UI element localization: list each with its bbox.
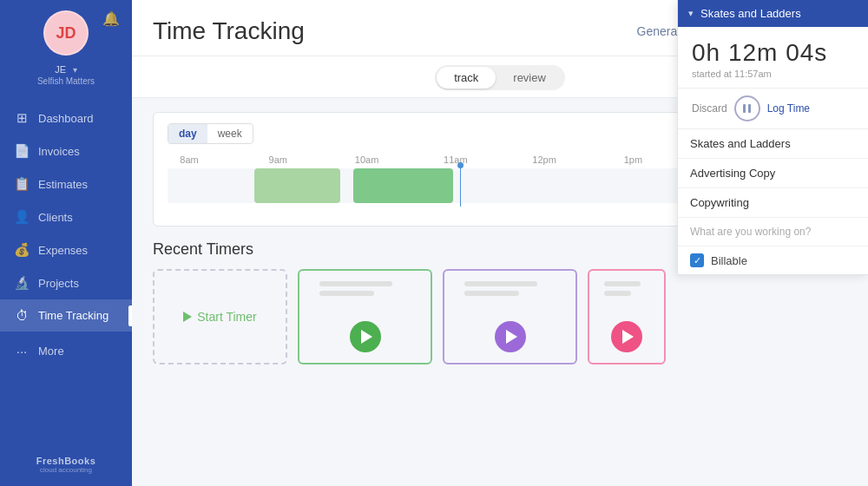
sidebar-item-invoices[interactable]: 📄 Invoices <box>0 135 132 167</box>
working-on-input[interactable]: What are you working on? <box>678 218 868 246</box>
sidebar-item-label: Invoices <box>38 145 80 158</box>
timer-lines <box>604 281 650 296</box>
current-time-line <box>460 165 461 207</box>
billable-checkbox[interactable]: ✓ <box>690 253 704 267</box>
timer-card-green[interactable] <box>298 269 432 364</box>
tab-review[interactable]: review <box>496 67 563 89</box>
sidebar-item-label: More <box>38 345 64 358</box>
timer-card-inner <box>444 271 575 363</box>
user-company: Selfish Matters <box>37 76 95 86</box>
hour-10am: 10am <box>345 154 389 165</box>
hour-1pm: 1pm <box>611 154 654 165</box>
play-button-purple[interactable] <box>495 321 526 352</box>
invoices-icon: 📄 <box>14 143 30 159</box>
sidebar-item-estimates[interactable]: 📋 Estimates <box>0 167 132 200</box>
timer-line-2 <box>319 291 374 296</box>
timer-line-1 <box>604 281 641 286</box>
timers-row: Start Timer <box>153 269 847 364</box>
panel-list-item-3[interactable]: Copywriting <box>678 188 868 218</box>
billable-label: Billable <box>711 254 747 267</box>
timer-project-name: Skates and Ladders <box>700 7 801 20</box>
sidebar-nav: ⊞ Dashboard 📄 Invoices 📋 Estimates 👤 Cli… <box>0 102 132 445</box>
log-time-button[interactable]: Log Time <box>767 102 810 115</box>
bell-icon[interactable]: 🔔 <box>102 10 120 27</box>
sidebar-item-more[interactable]: ··· More <box>0 335 132 367</box>
tab-track[interactable]: track <box>437 67 496 89</box>
timer-panel-header: ▾ Skates and Ladders <box>678 0 868 27</box>
hour-8am: 8am <box>168 154 211 165</box>
panel-list-item-1[interactable]: Skates and Ladders <box>678 129 868 159</box>
main-content: Time Tracking Generate Invoice Start Tim… <box>132 0 868 486</box>
panel-chevron-icon[interactable]: ▾ <box>688 8 694 19</box>
dashboard-icon: ⊞ <box>14 110 30 126</box>
play-button-green[interactable] <box>350 321 381 352</box>
sidebar-item-dashboard[interactable]: ⊞ Dashboard <box>0 102 132 135</box>
start-timer-label: Start Timer <box>197 310 256 324</box>
pause-icon <box>743 104 751 113</box>
timer-lines <box>464 281 556 296</box>
sidebar-item-projects[interactable]: 🔬 Projects <box>0 266 132 299</box>
start-timer-card[interactable]: Start Timer <box>153 269 287 364</box>
timer-line-2 <box>604 291 632 296</box>
play-button-pink[interactable] <box>611 321 642 352</box>
timer-card-inner <box>299 271 431 363</box>
sidebar-item-expenses[interactable]: 💰 Expenses <box>0 233 132 266</box>
timer-card-purple[interactable] <box>443 269 577 364</box>
timer-display: 0h 12m 04s started at 11:57am <box>678 27 868 89</box>
sidebar-item-label: Expenses <box>38 244 88 257</box>
pause-bar-1 <box>743 104 746 113</box>
timer-line-1 <box>464 281 537 286</box>
time-block-2[interactable] <box>353 168 453 203</box>
pause-button[interactable] <box>734 95 760 122</box>
logo-name: FreshBooks <box>36 456 96 466</box>
start-timer-text: Start Timer <box>183 310 256 324</box>
timer-lines <box>319 281 411 296</box>
avatar: JD <box>43 10 89 56</box>
timer-elapsed: 0h 12m 04s <box>692 39 854 67</box>
hour-12pm: 12pm <box>523 154 566 165</box>
billable-row: ✓ Billable <box>678 246 868 274</box>
timer-line-1 <box>319 281 392 286</box>
play-icon-small <box>183 312 192 322</box>
day-view-button[interactable]: day <box>168 124 207 143</box>
timer-started-info: started at 11:57am <box>692 69 854 79</box>
projects-icon: 🔬 <box>14 275 30 291</box>
logo-tagline: cloud accounting <box>40 466 92 474</box>
hour-11am: 11am <box>434 154 477 165</box>
started-time: 11:57am <box>734 69 772 79</box>
timer-panel: ▾ Skates and Ladders 0h 12m 04s started … <box>677 0 868 275</box>
discard-button[interactable]: Discard <box>692 102 727 115</box>
play-icon <box>361 330 372 344</box>
sidebar-item-label: Time Tracking <box>38 309 108 322</box>
expenses-icon: 💰 <box>14 242 30 258</box>
started-label: started at <box>692 69 732 79</box>
sidebar-item-label: Projects <box>38 277 79 290</box>
timer-actions: Discard Log Time <box>678 89 868 129</box>
sidebar-item-label: Dashboard <box>38 112 94 125</box>
play-icon <box>506 330 517 344</box>
hour-9am: 9am <box>256 154 299 165</box>
pause-bar-2 <box>748 104 751 113</box>
tab-pills: track review <box>435 65 565 90</box>
play-icon <box>622 330 634 344</box>
timer-card-pink[interactable] <box>588 269 666 364</box>
time-tracking-icon: ⏱ <box>14 308 30 323</box>
freshbooks-logo: FreshBooks cloud accounting <box>36 445 96 486</box>
current-time-dot <box>457 162 464 168</box>
sidebar-item-time-tracking[interactable]: ⏱ Time Tracking <box>0 299 132 332</box>
timer-line-2 <box>464 291 519 296</box>
time-block-1[interactable] <box>254 168 341 203</box>
panel-list-item-2[interactable]: Advertising Copy <box>678 159 868 188</box>
day-week-toggle: day week <box>168 123 253 144</box>
estimates-icon: 📋 <box>14 176 30 192</box>
sidebar-user-section: 🔔 JD JE ▾ Selfish Matters <box>0 10 132 95</box>
timer-panel-list: Skates and Ladders Advertising Copy Copy… <box>678 129 868 218</box>
sidebar-item-clients[interactable]: 👤 Clients <box>0 200 132 233</box>
user-name: JE <box>55 64 66 75</box>
chevron-down-icon[interactable]: ▾ <box>73 65 77 75</box>
week-view-button[interactable]: week <box>207 124 253 143</box>
page-title: Time Tracking <box>153 17 609 45</box>
more-icon: ··· <box>14 344 30 358</box>
clients-icon: 👤 <box>14 209 30 225</box>
timer-card-inner <box>589 271 664 363</box>
